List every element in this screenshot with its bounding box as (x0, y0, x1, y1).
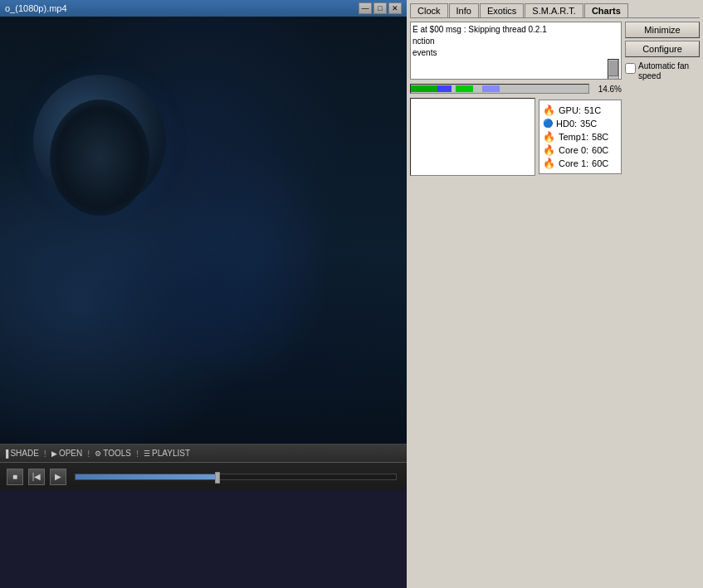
video-title-bar: o_(1080p).mp4 — □ ✕ (0, 0, 407, 17)
title-bar-buttons[interactable]: — □ ✕ (359, 2, 402, 14)
play-pause-button[interactable]: ▶ (50, 469, 66, 485)
log-line-0: E at $00 msg : Skipping thread 0.2.1 (413, 24, 619, 36)
minimize-monitor-btn[interactable]: Minimize (625, 22, 700, 38)
open-tool[interactable]: ▶ OPEN (51, 449, 82, 458)
usage-percent: 14.6% (593, 85, 622, 94)
usage-thumb[interactable] (437, 85, 452, 92)
tools-tool[interactable]: ⚙ TOOLS (95, 449, 131, 458)
tab-info[interactable]: Info (449, 3, 479, 17)
usage-bar-area: 14.6% (410, 84, 622, 94)
log-area: E at $00 msg : Skipping thread 0.2.1 nct… (410, 22, 622, 80)
maximize-btn[interactable]: □ (373, 2, 387, 14)
shade-label: SHADE (10, 449, 38, 458)
stop-button[interactable]: ■ (7, 469, 23, 485)
player-buttons[interactable]: ■ |◀ ▶ (0, 463, 407, 489)
shade-tool[interactable]: ▐ SHADE (3, 449, 39, 458)
shade-icon: ▐ (3, 450, 8, 458)
scene-shadow (83, 224, 332, 390)
flame-icon-temp1: 🔥 (543, 130, 555, 143)
usage-fill3 (482, 85, 500, 92)
temp-gpu-value: 51C (584, 104, 601, 117)
temp-core1-label: Core 1: (559, 157, 588, 170)
tools-label: TOOLS (103, 449, 131, 458)
tab-clock[interactable]: Clock (410, 3, 448, 17)
tab-smart[interactable]: S.M.A.R.T. (525, 3, 583, 17)
tools-icon: ⚙ (95, 450, 101, 458)
tab-exotics[interactable]: Exotics (480, 3, 524, 17)
flame-icon-core1: 🔥 (543, 157, 555, 170)
video-player: o_(1080p).mp4 — □ ✕ ▐ SHADE ! ▶ OPEN ! (0, 0, 407, 489)
configure-btn[interactable]: Configure (625, 41, 700, 57)
log-line-1: nction (413, 36, 619, 47)
usage-progress (410, 84, 589, 94)
temp-temp1-label: Temp1: (559, 130, 588, 143)
head-silhouette (50, 100, 149, 216)
progress-fill (76, 474, 220, 479)
video-title: o_(1080p).mp4 (5, 3, 67, 13)
prev-button[interactable]: |◀ (28, 469, 45, 485)
temp-core1-value: 60C (592, 157, 608, 170)
playlist-icon: ☰ (144, 450, 150, 458)
temp-gpu-label: GPU: (559, 104, 581, 117)
playlist-label: PLAYLIST (152, 449, 190, 458)
temp-hd0-label: HD0: (556, 117, 577, 130)
monitor-content: E at $00 msg : Skipping thread 0.2.1 nct… (410, 22, 700, 176)
auto-fan-checkbox[interactable] (625, 63, 636, 74)
auto-fan-label: Automatic fan speed (638, 61, 700, 81)
playlist-tool[interactable]: ☰ PLAYLIST (144, 449, 190, 458)
temp-core0-label: Core 0: (559, 143, 588, 157)
monitor-section: Clock Info Exotics S.M.A.R.T. Charts E a… (407, 0, 703, 179)
side-controls: Minimize Configure Automatic fan speed (625, 22, 700, 176)
tab-charts[interactable]: Charts (584, 3, 628, 17)
minimize-btn[interactable]: — (359, 2, 372, 14)
temp-core1: 🔥 Core 1: 60C (543, 157, 618, 170)
open-label: OPEN (59, 449, 82, 458)
temp-gpu: 🔥 GPU: 51C (543, 104, 618, 117)
monitor-tabs[interactable]: Clock Info Exotics S.M.A.R.T. Charts (410, 3, 700, 18)
scrollbar-thumb[interactable] (608, 60, 618, 76)
temp-chart-area (410, 98, 535, 176)
progress-bar[interactable] (75, 474, 397, 480)
flame-icon-core0: 🔥 (543, 143, 555, 157)
temp-hd0-value: 35C (580, 117, 597, 130)
usage-fill (411, 85, 437, 92)
right-panel: Clock Info Exotics S.M.A.R.T. Charts E a… (407, 0, 703, 588)
temp-core0-value: 60C (592, 143, 608, 157)
auto-fan-checkbox-row: Automatic fan speed (625, 61, 700, 81)
player-controls[interactable]: ▐ SHADE ! ▶ OPEN ! ⚙ TOOLS ! ☰ PLAYLIST … (0, 444, 407, 489)
video-content (0, 17, 407, 489)
temp-temp1-value: 58C (592, 130, 608, 143)
log-scrollbar[interactable] (608, 59, 619, 80)
temp-core0: 🔥 Core 0: 60C (543, 143, 618, 157)
flame-icon-gpu: 🔥 (543, 104, 555, 117)
log-line-2: events (413, 47, 619, 59)
temp-hd0: 🔵 HD0: 35C (543, 117, 618, 130)
player-toolbar[interactable]: ▐ SHADE ! ▶ OPEN ! ⚙ TOOLS ! ☰ PLAYLIST (0, 445, 407, 463)
close-btn[interactable]: ✕ (388, 2, 402, 14)
progress-thumb[interactable] (215, 472, 220, 484)
usage-fill2 (456, 85, 473, 92)
open-icon: ▶ (51, 450, 57, 458)
down-icon-hd0: 🔵 (543, 117, 553, 130)
temp-temp1: 🔥 Temp1: 58C (543, 130, 618, 143)
temp-readings: 🔥 GPU: 51C 🔵 HD0: 35C 🔥 Temp1: 58 (539, 100, 622, 174)
